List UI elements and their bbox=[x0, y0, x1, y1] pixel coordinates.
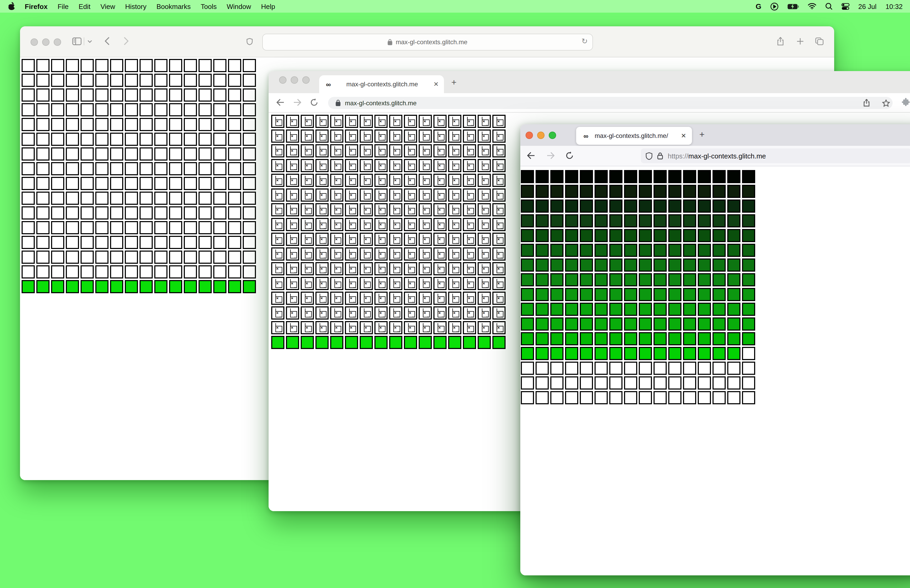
control-center-icon[interactable] bbox=[842, 3, 849, 10]
grid-cell bbox=[81, 221, 94, 234]
grid-cell bbox=[713, 258, 726, 271]
back-button[interactable] bbox=[527, 152, 535, 160]
firefox-traffic-lights[interactable] bbox=[525, 132, 556, 139]
grid-cell: ×⌄ bbox=[360, 247, 373, 260]
grid-cell bbox=[36, 147, 50, 161]
menu-history[interactable]: History bbox=[125, 2, 146, 10]
forward-button[interactable] bbox=[124, 37, 128, 45]
menu-date[interactable]: 26 Jul bbox=[858, 2, 876, 10]
menu-window[interactable]: Window bbox=[227, 2, 251, 10]
grid-cell bbox=[683, 229, 696, 242]
apple-menu-icon[interactable] bbox=[8, 3, 15, 10]
grid-cell bbox=[81, 132, 94, 146]
firefox-address-bar[interactable]: https://max-gl-contexts.glitch.me bbox=[641, 149, 910, 163]
play-status-icon[interactable] bbox=[771, 2, 778, 10]
broken-image-icon: ×⌄ bbox=[408, 193, 415, 200]
menu-file[interactable]: File bbox=[58, 2, 69, 10]
reload-icon[interactable]: ↻ bbox=[582, 37, 588, 45]
forward-button[interactable] bbox=[293, 99, 302, 106]
grid-cell bbox=[110, 250, 123, 264]
battery-icon[interactable] bbox=[787, 3, 799, 9]
new-tab-button[interactable]: + bbox=[451, 78, 457, 88]
privacy-shield-icon[interactable] bbox=[246, 38, 253, 45]
grid-cell: ×⌄ bbox=[478, 233, 491, 246]
tracking-shield-icon[interactable] bbox=[646, 152, 653, 160]
forward-button[interactable] bbox=[546, 152, 555, 160]
grid-cell bbox=[609, 170, 622, 183]
wifi-icon[interactable] bbox=[808, 3, 816, 10]
extensions-puzzle-icon[interactable] bbox=[902, 98, 910, 106]
search-icon[interactable] bbox=[825, 3, 832, 10]
share-icon[interactable] bbox=[863, 99, 870, 107]
back-button[interactable] bbox=[105, 37, 110, 45]
tab-close-icon[interactable]: ✕ bbox=[433, 81, 439, 88]
grid-cell bbox=[125, 74, 138, 87]
new-tab-button[interactable]: + bbox=[699, 129, 705, 140]
share-icon[interactable] bbox=[777, 37, 784, 46]
new-tab-plus-icon[interactable] bbox=[797, 38, 803, 45]
broken-image-icon: ×⌄ bbox=[496, 178, 503, 185]
grid-cell bbox=[125, 192, 138, 205]
minimize-button[interactable] bbox=[42, 39, 50, 46]
google-status-icon[interactable]: G bbox=[756, 2, 761, 11]
broken-image-icon: ×⌄ bbox=[335, 311, 341, 317]
menu-app-name[interactable]: Firefox bbox=[25, 2, 48, 10]
reload-icon[interactable] bbox=[566, 152, 574, 160]
broken-image-icon: ×⌄ bbox=[453, 193, 459, 200]
menu-tools[interactable]: Tools bbox=[200, 2, 217, 10]
grid-cell bbox=[521, 258, 534, 271]
grid-cell bbox=[169, 206, 182, 220]
grid-cell: ×⌄ bbox=[463, 159, 476, 172]
safari-address-bar[interactable]: max-gl-contexts.glitch.me ↻ bbox=[262, 34, 593, 50]
grid-cell bbox=[595, 200, 608, 213]
zoom-button[interactable] bbox=[549, 132, 556, 139]
grid-cell: ×⌄ bbox=[404, 306, 417, 320]
grid-cell: ×⌄ bbox=[448, 144, 461, 157]
minimize-button[interactable] bbox=[537, 132, 545, 139]
reload-icon[interactable] bbox=[310, 99, 318, 106]
grid-cell bbox=[228, 280, 241, 293]
tabs-overview-icon[interactable] bbox=[815, 37, 824, 45]
grid-cell bbox=[624, 303, 637, 316]
safari-traffic-lights[interactable] bbox=[31, 39, 61, 46]
grid-cell: ×⌄ bbox=[492, 115, 506, 128]
close-button[interactable] bbox=[279, 76, 286, 84]
grid-cell bbox=[624, 273, 637, 286]
chrome-address-bar[interactable]: max-gl-contexts.glitch.me bbox=[328, 97, 892, 109]
zoom-button[interactable] bbox=[302, 76, 310, 84]
firefox-active-tab[interactable]: ∞ max-gl-contexts.glitch.me/ ✕ bbox=[576, 127, 692, 145]
tab-close-icon[interactable]: ✕ bbox=[681, 132, 686, 139]
menu-edit[interactable]: Edit bbox=[79, 2, 91, 10]
grid-cell bbox=[139, 147, 153, 161]
chrome-traffic-lights[interactable] bbox=[279, 76, 310, 84]
broken-image-icon: ×⌄ bbox=[482, 223, 489, 229]
grid-cell bbox=[433, 336, 446, 349]
minimize-button[interactable] bbox=[291, 76, 298, 84]
grid-cell bbox=[95, 59, 108, 72]
grid-cell bbox=[492, 336, 506, 349]
broken-image-icon: ×⌄ bbox=[364, 164, 371, 170]
menu-help[interactable]: Help bbox=[261, 2, 275, 10]
grid-cell bbox=[653, 317, 667, 331]
grid-cell: ×⌄ bbox=[492, 144, 506, 157]
chevron-down-icon[interactable] bbox=[87, 40, 92, 43]
bookmark-star-icon[interactable] bbox=[882, 99, 890, 107]
menu-view[interactable]: View bbox=[100, 2, 115, 10]
close-button[interactable] bbox=[31, 39, 38, 46]
chrome-active-tab[interactable]: ∞ max-gl-contexts.glitch.me ✕ bbox=[319, 75, 444, 93]
broken-image-icon: ×⌄ bbox=[335, 296, 341, 303]
close-button[interactable] bbox=[525, 132, 533, 139]
grid-cell bbox=[535, 273, 549, 286]
back-button[interactable] bbox=[276, 99, 284, 106]
zoom-button[interactable] bbox=[54, 39, 61, 46]
grid-cell: ×⌄ bbox=[345, 189, 358, 202]
menu-bookmarks[interactable]: Bookmarks bbox=[157, 2, 191, 10]
menu-time[interactable]: 10:32 bbox=[886, 2, 903, 10]
broken-image-icon: ×⌄ bbox=[335, 178, 341, 185]
grid-cell: ×⌄ bbox=[463, 129, 476, 143]
firefox-window[interactable]: ∞ max-gl-contexts.glitch.me/ ✕ + bbox=[520, 124, 910, 575]
grid-cell bbox=[727, 303, 740, 316]
sidebar-icon[interactable] bbox=[72, 37, 82, 45]
grid-cell bbox=[595, 376, 608, 389]
grid-cell: ×⌄ bbox=[315, 129, 329, 143]
